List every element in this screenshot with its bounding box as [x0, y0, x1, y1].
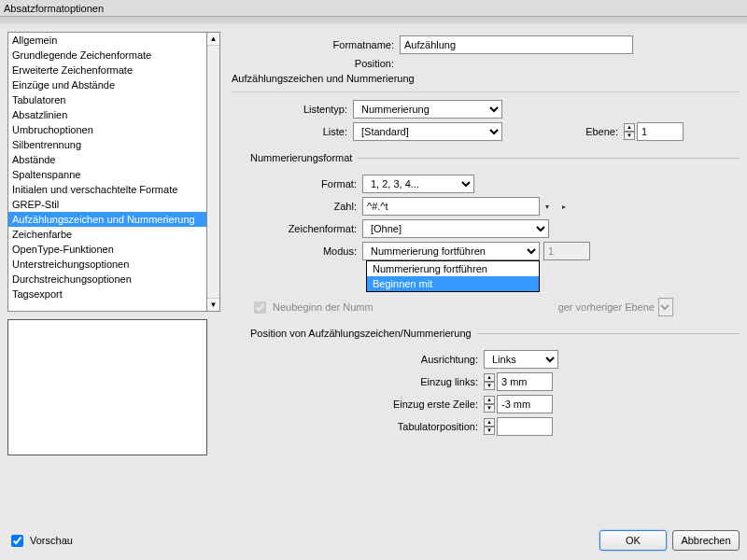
nummerierungsformat-legend: Nummerierungsformat: [250, 152, 358, 163]
zahl-label: Zahl:: [250, 201, 362, 212]
ebene-label: Ebene:: [502, 126, 624, 137]
zeichenformat-select[interactable]: [Ohne]: [362, 219, 549, 238]
sidebar-item[interactable]: Initialen und verschachtelte Formate: [8, 182, 206, 197]
sidebar-item[interactable]: Grundlegende Zeichenformate: [8, 48, 206, 63]
modus-dropdown-open[interactable]: Nummerierung fortführenBeginnen mit: [366, 260, 540, 292]
sidebar-item[interactable]: Abstände: [8, 152, 206, 167]
formatname-input[interactable]: [400, 35, 633, 54]
sidebar-item[interactable]: Durchstreichungsoptionen: [8, 272, 206, 287]
ok-button[interactable]: OK: [599, 530, 667, 551]
position-legend: Position von Aufzählungszeichen/Nummerie…: [250, 328, 477, 339]
neubeginn-select: [658, 298, 673, 316]
sidebar-item[interactable]: Tagsexport: [8, 287, 206, 301]
einzug-erste-spinner[interactable]: ▲▼: [484, 395, 553, 413]
window-title: Absatzformatoptionen: [4, 3, 104, 14]
ebene-input[interactable]: [637, 122, 684, 141]
sidebar-item[interactable]: Unterstreichungsoptionen: [8, 257, 206, 272]
einzug-links-input[interactable]: [497, 372, 553, 391]
toolbar-blur: [0, 17, 747, 24]
category-list[interactable]: AllgemeinGrundlegende ZeichenformateErwe…: [7, 32, 207, 312]
modus-option[interactable]: Nummerierung fortführen: [367, 261, 539, 276]
ausrichtung-select[interactable]: Links: [484, 350, 558, 369]
spin-down-icon[interactable]: ▼: [624, 132, 635, 140]
listentyp-label: Listentyp:: [250, 104, 353, 115]
ausrichtung-label: Ausrichtung:: [250, 354, 484, 365]
modus-option[interactable]: Beginnen mit: [367, 276, 539, 291]
sidebar-item[interactable]: Silbentrennung: [8, 137, 206, 152]
sidebar-item[interactable]: Absatzlinien: [8, 107, 206, 122]
scroll-down-icon[interactable]: ▼: [207, 298, 219, 311]
spin-up-icon[interactable]: ▲: [624, 123, 635, 132]
sidebar-item[interactable]: OpenType-Funktionen: [8, 242, 206, 257]
sidebar-item[interactable]: Spaltenspanne: [8, 167, 206, 182]
format-label: Format:: [250, 178, 362, 189]
tabulator-input[interactable]: [497, 417, 553, 436]
preview-box: [7, 319, 207, 455]
zahl-menu-icon[interactable]: ▾: [545, 203, 549, 211]
vorschau-label: Vorschau: [30, 535, 73, 546]
modus-label: Modus:: [250, 245, 362, 257]
neubeginn-checkbox: [254, 301, 266, 314]
format-select[interactable]: 1, 2, 3, 4...: [362, 175, 474, 193]
scroll-up-icon[interactable]: ▲: [207, 33, 219, 46]
scrollbar[interactable]: ▲ ▼: [207, 32, 220, 312]
sidebar-item[interactable]: Umbruchoptionen: [8, 122, 206, 137]
sidebar-item[interactable]: Zeichenfarbe: [8, 227, 206, 242]
vorschau-checkbox[interactable]: [11, 535, 23, 547]
zahl-input[interactable]: [362, 197, 540, 216]
einzug-erste-input[interactable]: [497, 395, 553, 413]
liste-label: Liste:: [250, 126, 353, 137]
einzug-links-label: Einzug links:: [250, 376, 484, 387]
sidebar-item[interactable]: Aufzählungszeichen und Nummerierung: [8, 212, 206, 227]
section-title: Aufzählungszeichen und Nummerierung: [232, 73, 740, 84]
ebene-spinner[interactable]: ▲▼: [624, 122, 684, 141]
sidebar-item[interactable]: Einzüge und Abstände: [8, 77, 206, 92]
formatname-label: Formatname:: [232, 39, 400, 50]
tabulator-label: Tabulatorposition:: [250, 421, 484, 432]
tabulator-spinner[interactable]: ▲▼: [484, 417, 553, 436]
einzug-links-spinner[interactable]: ▲▼: [484, 372, 553, 391]
sidebar-item[interactable]: Allgemein: [8, 33, 206, 48]
einzug-erste-label: Einzug erste Zeile:: [250, 399, 484, 410]
sidebar-item[interactable]: Tabulatoren: [8, 92, 206, 107]
sidebar-item[interactable]: Erweiterte Zeichenformate: [8, 63, 206, 77]
zeichenformat-label: Zeichenformat:: [250, 223, 362, 234]
sidebar-item[interactable]: GREP-Stil: [8, 197, 206, 212]
window-titlebar: Absatzformatoptionen: [0, 0, 747, 17]
modus-number-input: [543, 242, 590, 260]
cancel-button[interactable]: Abbrechen: [672, 530, 740, 551]
zahl-insert-icon[interactable]: ▸: [562, 203, 566, 211]
neubeginn-label-right: ger vorheriger Ebene: [558, 301, 655, 313]
modus-select[interactable]: Nummerierung fortführen: [362, 242, 540, 260]
vorschau-row[interactable]: Vorschau: [7, 532, 73, 550]
liste-select[interactable]: [Standard]: [353, 122, 502, 141]
listentyp-select[interactable]: Nummerierung: [353, 100, 502, 119]
position-label: Position:: [232, 58, 400, 69]
neubeginn-label-left: Neubeginn der Numm: [273, 301, 374, 313]
